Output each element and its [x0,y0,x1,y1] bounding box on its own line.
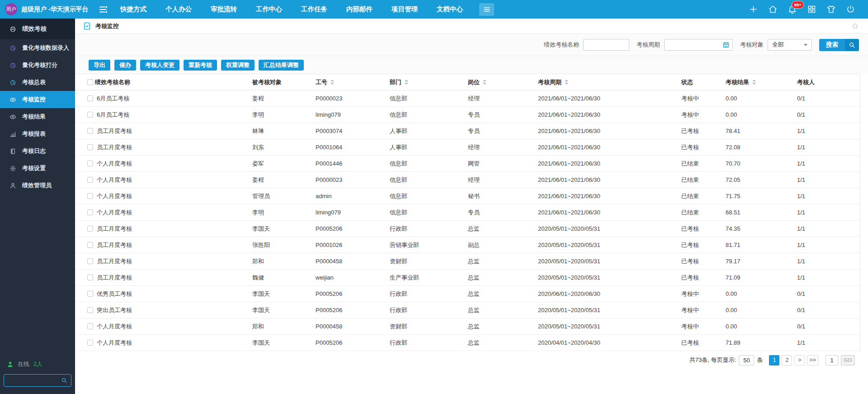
eye-icon [9,96,16,103]
sidebar-item-assessment-logs[interactable]: 考核日志 [0,142,75,160]
row-checkbox[interactable] [87,291,93,297]
assessment-period-input[interactable] [665,42,722,48]
nav-item-internal-mail[interactable]: 内部邮件 [346,5,373,14]
table-row[interactable]: 员工月度考核张胜阳P0001026营销事业部副总2020/05/01~2020/… [75,237,860,253]
nav-item-project-management[interactable]: 项目管理 [392,5,418,14]
row-checkbox[interactable] [87,275,93,280]
user-brand[interactable]: 用户 超级用户 -华天演示平台 [0,3,98,15]
goto-page-input[interactable] [826,355,838,366]
search-button[interactable]: 搜索 [819,39,859,51]
assessment-name-input[interactable] [583,39,629,51]
sidebar-item-quant-data-entry[interactable]: 量化考核数据录入 [0,39,75,57]
sidebar-item-assessment-settings[interactable]: 考核设置 [0,160,75,177]
table-row[interactable]: 员工月度考核郑和P0000458资财部总监2020/05/01~2020/05/… [75,253,860,270]
avatar[interactable]: 用户 [5,3,17,15]
sort-arrows-icon[interactable] [330,80,334,85]
home-button[interactable] [768,5,778,14]
next-page-button[interactable]: > [794,355,805,366]
row-checkbox[interactable] [87,95,93,101]
toolbar-button-summary-result-adjust[interactable]: 汇总结果调整 [259,60,304,71]
table-row[interactable]: 个人月度考核姜程P0000023信息部经理2021/06/01~2021/06/… [75,172,860,188]
table-row[interactable]: 个人月度考核娄军P0001446信息部网管2021/06/01~2021/06/… [75,156,860,172]
table-row[interactable]: 个人月度考核李明liming079信息部专员2021/06/01~2021/06… [75,204,860,221]
cell-post: 副总 [468,241,538,249]
sidebar-item-assessment-results[interactable]: 考核结果 [0,108,75,125]
table-row[interactable]: 6月员工考核李明liming079信息部专员2021/06/01~2021/06… [75,107,860,123]
toolbar-button-weight-adjust[interactable]: 权重调整 [221,60,255,71]
column-header-post[interactable]: 岗位 [468,78,538,86]
toolbar-button-export[interactable]: 导出 [89,60,110,71]
sort-arrows-icon[interactable] [483,80,486,85]
sidebar-item-performance-assessment[interactable]: 绩效考核 [0,19,75,39]
sort-arrows-icon[interactable] [405,80,408,85]
go-button[interactable]: GO [841,355,855,366]
sort-arrows-icon[interactable] [565,80,568,85]
page-button-2[interactable]: 2 [782,355,792,366]
assessment-target-select[interactable]: 全部 [768,39,812,51]
cell-dept: 信息部 [390,111,468,119]
nav-item-approval-flow[interactable]: 审批流转 [211,5,237,14]
calendar-icon[interactable] [722,41,730,48]
row-checkbox[interactable] [87,258,93,264]
row-checkbox[interactable] [87,144,93,150]
row-checkbox[interactable] [87,340,93,346]
table-row[interactable]: 个人月度考核郑和P0000458资财部总监2020/05/01~2020/05/… [75,318,860,335]
menu-lines-icon[interactable] [98,4,108,15]
nav-item-shortcuts[interactable]: 快捷方式 [120,5,146,14]
table-row[interactable]: 优秀员工考核李国天P0005206行政部总监2020/06/01~2020/06… [75,286,860,302]
row-checkbox[interactable] [87,112,93,118]
nav-item-work-center[interactable]: 工作中心 [256,5,282,14]
sidebar-item-assessment-monitor[interactable]: 考核监控 [0,91,75,108]
row-checkbox[interactable] [87,242,93,248]
table-row[interactable]: 员工月度考核林琳P0003074人事部专员2021/06/01~2021/06/… [75,123,860,139]
sort-arrows-icon[interactable] [752,80,756,85]
nav-item-document-center[interactable]: 文档中心 [437,5,463,14]
nav-item-work-tasks[interactable]: 工作任务 [301,5,327,14]
sidebar-item-performance-admin[interactable]: 绩效管理员 [0,177,75,194]
row-checkbox[interactable] [87,193,93,199]
toolbar-button-re-assess[interactable]: 重新考核 [184,60,217,71]
row-checkbox[interactable] [87,177,93,183]
sidebar-search-input[interactable] [4,377,61,384]
table-row[interactable]: 突出员工考核李国天P0005206行政部总监2020/05/01~2020/05… [75,302,860,318]
cell-status: 已结束 [681,176,726,184]
cell-period: 2020/05/01~2020/05/31 [538,225,681,232]
table-row[interactable]: 个人月度考核管理员admin信息部秘书2021/06/01~2021/06/30… [75,188,860,204]
nav-item-personal-office[interactable]: 个人办公 [165,5,192,14]
topbar-actions: 99+ [749,5,868,14]
select-all-checkbox[interactable] [87,79,93,85]
power-button[interactable] [846,5,855,14]
table-row[interactable]: 6月员工考核姜程P0000023信息部经理2021/06/01~2021/06/… [75,90,860,107]
column-header-dept[interactable]: 部门 [390,78,468,86]
plus-button[interactable] [749,5,758,14]
table-row[interactable]: 员工月度考核李国天P0005206行政部总监2020/05/01~2020/05… [75,221,860,237]
table-row[interactable]: 员工月度考核魏健weijian生产事业部总监2020/05/01~2020/05… [75,270,860,286]
row-checkbox[interactable] [87,128,93,134]
search-icon[interactable] [61,377,67,384]
row-checkbox[interactable] [87,226,93,232]
hamburger-button[interactable] [479,3,494,16]
column-header-period[interactable]: 考核周期 [538,78,681,86]
table-row[interactable]: 员工月度考核刘东P0001064人事部经理2021/06/01~2021/06/… [75,139,860,156]
sidebar-item-assessment-reports[interactable]: 考核报表 [0,125,75,142]
column-header-emp_id[interactable]: 工号 [316,78,390,86]
toolbar-button-change-assessor[interactable]: 考核人变更 [140,60,179,71]
shirt-button[interactable] [826,5,836,14]
cell-target: 林琳 [252,127,316,135]
table-row[interactable]: 个人月度考核李国天P0005206行政部总监2020/04/01~2020/04… [75,335,860,351]
row-checkbox[interactable] [87,161,93,166]
apps-button[interactable] [807,5,816,14]
last-page-button[interactable]: >> [807,355,818,366]
row-checkbox[interactable] [87,209,93,215]
row-checkbox[interactable] [87,323,93,329]
toolbar-button-urge[interactable]: 催办 [114,60,136,71]
favorite-star-icon[interactable] [851,22,859,30]
column-header-result[interactable]: 考核结果 [726,78,797,86]
bell-button[interactable]: 99+ [788,5,797,14]
sidebar-item-assessment-summary-table[interactable]: 考核总表 [0,74,75,91]
page-size-input[interactable] [739,355,754,366]
row-checkbox[interactable] [87,307,93,313]
sidebar: 绩效考核量化考核数据录入量化考核打分考核总表考核监控考核结果考核报表考核日志考核… [0,19,75,394]
page-button-1[interactable]: 1 [769,355,779,366]
sidebar-item-quant-scoring[interactable]: 量化考核打分 [0,57,75,74]
